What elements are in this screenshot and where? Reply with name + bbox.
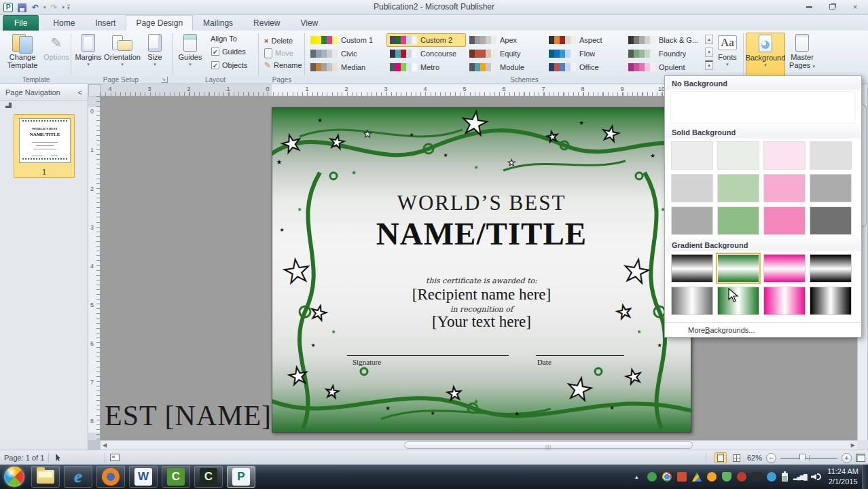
tray-google-drive-icon[interactable] (692, 472, 702, 482)
tray-tray-shield-app-icon[interactable] (722, 472, 731, 482)
tray-tray-green-app-icon[interactable] (647, 472, 657, 482)
solid-swatch-9[interactable] (671, 206, 713, 235)
tab-insert[interactable]: Insert (85, 15, 126, 31)
gradient-swatch-5[interactable] (671, 287, 713, 315)
no-background-swatch[interactable] (670, 91, 856, 124)
scheme-civic[interactable]: Civic (307, 47, 386, 60)
date-line[interactable] (536, 355, 624, 356)
your-text-placeholder[interactable]: [Your text here] (272, 313, 691, 331)
delete-page-button[interactable]: × Delete (262, 35, 295, 47)
horizontal-scroll-thumb[interactable]: ||| (404, 441, 693, 449)
zoom-level[interactable]: 62% (747, 454, 762, 462)
vertical-ruler[interactable]: 012345678 (88, 96, 101, 440)
horizontal-scrollbar[interactable]: ◀ ||| ▶ (101, 440, 857, 450)
nav-sort-icon[interactable] (0, 101, 88, 110)
solid-swatch-1[interactable] (671, 141, 713, 170)
zoom-out-icon[interactable]: − (766, 453, 776, 463)
align-objects-checkbox[interactable]: ✓ Objects (209, 59, 249, 71)
scroll-left-icon[interactable]: ◀ (103, 442, 107, 448)
solid-swatch-4[interactable] (810, 141, 852, 170)
tray-tray-orange-app-icon[interactable] (677, 472, 687, 482)
taskbar-publisher-icon[interactable]: P (227, 466, 255, 488)
gradient-swatch-7[interactable] (763, 287, 806, 315)
tab-view[interactable]: View (290, 15, 328, 31)
signature-line[interactable] (347, 355, 509, 356)
gradient-swatch-1[interactable] (671, 254, 713, 283)
zoom-slider-thumb[interactable] (799, 454, 806, 463)
fonts-button[interactable]: Aa Fonts ▾ (713, 33, 742, 67)
certificate-title-line2[interactable]: NAME/TITLE (272, 215, 691, 252)
certificate-page[interactable]: ★★★★★★★★★★★★★★★★★★★★★★★★★★★★★★★★★★★★★ WO… (272, 107, 691, 433)
solid-swatch-8[interactable] (810, 174, 852, 202)
minimize-icon[interactable] (800, 1, 818, 12)
tray-hidden-icons-icon[interactable]: ▴ (635, 473, 642, 480)
close-icon[interactable]: × (846, 1, 864, 12)
schemes-scroll-down-icon[interactable]: ▾ (705, 48, 713, 57)
collapse-pane-icon[interactable]: < (78, 88, 82, 96)
scheme-opulent[interactable]: Opulent (625, 60, 704, 74)
taskbar-explorer-icon[interactable] (31, 466, 60, 488)
scheme-flow[interactable]: Flow (545, 47, 625, 60)
start-button[interactable] (4, 467, 24, 487)
taskbar-camtasia-studio-icon[interactable]: C (194, 466, 223, 488)
tray-tray-blue-app-icon[interactable] (767, 472, 776, 482)
size-button[interactable]: Size ▾ (141, 33, 168, 67)
date-label[interactable]: Date (537, 358, 551, 366)
background-button[interactable]: Background ▾ (746, 33, 785, 77)
solid-swatch-6[interactable] (717, 174, 759, 202)
gradient-swatch-3[interactable] (763, 254, 806, 283)
schemes-scroll-up-icon[interactable]: ▴ (705, 35, 713, 44)
rename-page-button[interactable]: ✎ Rename (262, 59, 304, 71)
orientation-button[interactable]: Orientation ▾ (105, 33, 140, 67)
tray-battery-icon[interactable] (782, 473, 788, 482)
scroll-right-icon[interactable]: ▶ (851, 442, 855, 448)
taskbar-clock[interactable]: 11:24 AM 2/1/2015 (827, 467, 858, 487)
single-page-view-icon[interactable] (715, 452, 727, 463)
scheme-metro[interactable]: Metro (386, 60, 466, 74)
signature-label[interactable]: Signature (352, 358, 381, 366)
schemes-more-icon[interactable]: ▾ (705, 60, 713, 70)
tab-home[interactable]: Home (43, 15, 85, 31)
restore-icon[interactable] (823, 1, 841, 12)
recipient-name-placeholder[interactable]: [Recipient name here] (272, 286, 691, 304)
page-thumbnail[interactable]: WORLD’S BEST NAME/TITLE 1 (14, 114, 75, 178)
fit-page-icon[interactable] (856, 454, 865, 462)
scheme-black-g-[interactable]: Black & G... (625, 33, 704, 47)
page-indicator[interactable]: Page: 1 of 1 (0, 454, 44, 462)
tab-mailings[interactable]: Mailings (193, 15, 243, 31)
scheme-apex[interactable]: Apex (466, 33, 545, 47)
align-guides-checkbox[interactable]: ✓ Guides (209, 46, 248, 58)
scheme-concourse[interactable]: Concourse (386, 47, 466, 60)
taskbar-firefox-icon[interactable] (96, 466, 125, 488)
gradient-swatch-8[interactable] (810, 287, 852, 315)
zoom-in-icon[interactable]: + (842, 453, 852, 463)
two-page-view-icon[interactable] (731, 452, 743, 463)
tray-network-icon[interactable]: ▂▄▆█ (793, 474, 806, 480)
scheme-equity[interactable]: Equity (466, 47, 545, 60)
no-background-option[interactable]: No Background (665, 76, 861, 90)
solid-swatch-10[interactable] (717, 206, 759, 235)
taskbar-internet-explorer-icon[interactable]: e (64, 466, 92, 488)
master-pages-button[interactable]: MasterPages ▾ (786, 33, 818, 71)
solid-swatch-7[interactable] (763, 174, 806, 202)
scheme-aspect[interactable]: Aspect (545, 33, 625, 47)
more-backgrounds-button[interactable]: More Backgrounds... (665, 322, 861, 337)
guides-button[interactable]: Guides ▾ (175, 33, 205, 67)
taskbar-word-icon[interactable]: W (129, 466, 158, 488)
tray-display-app-icon[interactable] (752, 472, 761, 482)
solid-swatch-12[interactable] (810, 206, 852, 235)
scheme-module[interactable]: Module (466, 60, 545, 74)
scheme-foundry[interactable]: Foundry (625, 47, 704, 60)
show-desktop-button[interactable] (862, 465, 868, 489)
scheme-office[interactable]: Office (545, 60, 625, 74)
gradient-swatch-2-selected[interactable] (717, 254, 759, 283)
solid-swatch-2[interactable] (717, 141, 759, 170)
scheme-custom-1[interactable]: Custom 1 (307, 33, 386, 47)
solid-swatch-11[interactable] (763, 206, 806, 235)
tray-trend-micro-icon[interactable] (737, 472, 746, 482)
taskbar-camtasia-icon[interactable]: C (162, 466, 190, 488)
margins-button[interactable]: Margins ▾ (73, 33, 103, 67)
zoom-slider[interactable] (780, 453, 837, 463)
gradient-swatch-4[interactable] (810, 254, 852, 283)
page-setup-dialog-launcher-icon[interactable]: ↘ (162, 77, 168, 83)
